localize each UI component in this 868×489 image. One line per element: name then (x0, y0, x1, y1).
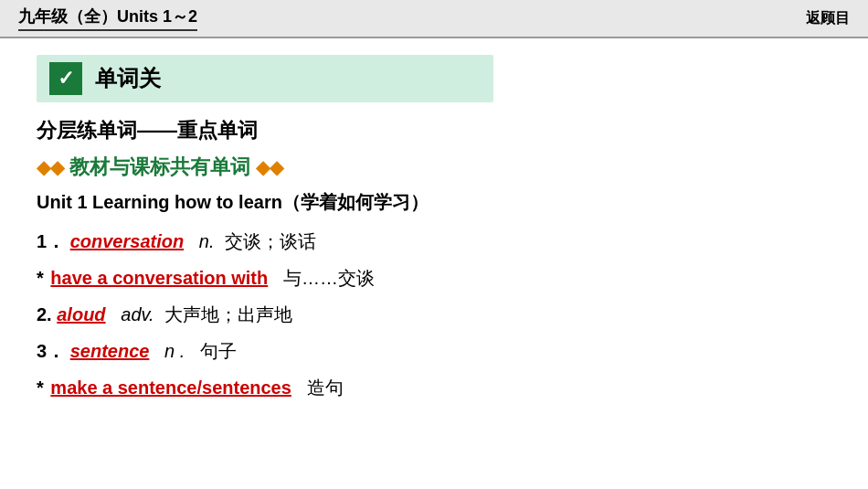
vocab-word-1: conversation (70, 231, 184, 251)
main-content: ✓ 单词关 分层练单词——重点单词 ◆◆ 教材与课标共有单词 ◆◆ Unit 1… (0, 38, 868, 420)
vocab-pos-3: n . (154, 341, 185, 361)
section-header: ✓ 单词关 (37, 55, 493, 102)
vocab-number-3: 3． (37, 341, 65, 361)
diamond-left: ◆◆ (37, 156, 64, 178)
top-bar: 九年级（全）Units 1～2 返顾目 (0, 0, 868, 38)
phrase-item-1: * have a conversation with 与……交谈 (37, 264, 831, 292)
phrase-word-1: have a conversation with (50, 268, 268, 288)
phrase-item-2: * make a sentence/sentences 造句 (37, 374, 831, 401)
vocab-item-1: 1． conversation n. 交谈；谈话 (37, 228, 831, 255)
vocab-def-1: 交谈；谈话 (219, 231, 316, 251)
vocab-item-3: 3． sentence n . 句子 (37, 337, 831, 365)
diamond-right: ◆◆ (256, 156, 283, 178)
unit-heading: Unit 1 Learning how to learn（学着如何学习） (37, 190, 831, 215)
vocab-pos-2: adv. (111, 304, 153, 324)
diamond-heading: ◆◆ 教材与课标共有单词 ◆◆ (37, 154, 831, 181)
vocab-def-2: 大声地；出声地 (159, 304, 292, 324)
asterisk-2: * (37, 377, 44, 398)
vocab-number-2: 2. (37, 304, 52, 324)
vocab-pos-1: n. (189, 231, 215, 251)
phrase-def-2: 造句 (296, 377, 343, 398)
checkmark-box: ✓ (49, 62, 82, 95)
page-title: 九年级（全）Units 1～2 (18, 5, 197, 31)
phrase-word-2: make a sentence/sentences (50, 377, 291, 398)
sub-heading: 分层练单词——重点单词 (37, 117, 831, 144)
vocab-def-3: 句子 (190, 341, 237, 361)
back-button[interactable]: 返顾目 (806, 9, 850, 28)
vocab-number-1: 1． (37, 231, 65, 251)
vocab-item-2: 2. aloud adv. 大声地；出声地 (37, 301, 831, 328)
vocab-word-2: aloud (57, 304, 105, 324)
vocab-word-3: sentence (70, 341, 150, 361)
section-title: 单词关 (95, 64, 161, 93)
phrase-def-1: 与……交谈 (273, 268, 375, 288)
diamond-heading-text: 教材与课标共有单词 (69, 154, 250, 181)
checkmark-icon: ✓ (58, 67, 74, 90)
asterisk-1: * (37, 268, 44, 288)
